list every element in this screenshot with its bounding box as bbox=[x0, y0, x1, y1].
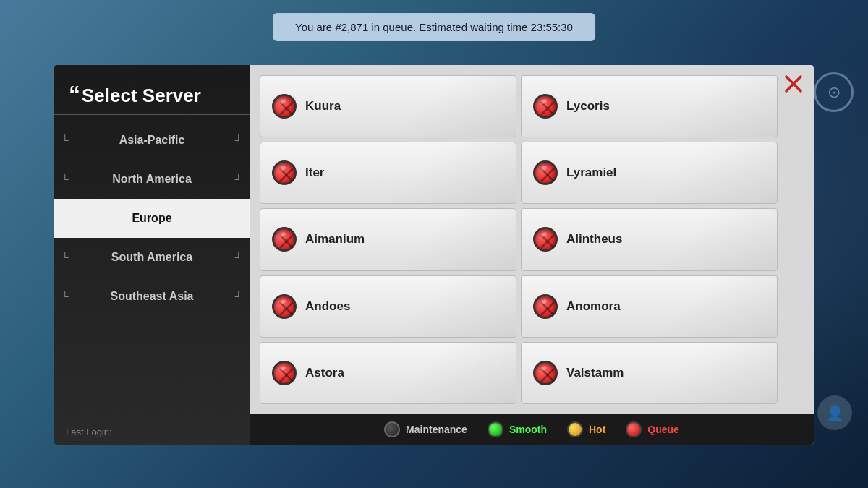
bracket-left: └ bbox=[61, 134, 69, 146]
region-label-europe: Europe bbox=[132, 212, 171, 225]
sidebar-item-asia-pacific[interactable]: └ Asia-Pacific ┘ bbox=[54, 121, 250, 160]
legend-item-queue: Queue bbox=[626, 421, 679, 437]
status-icon-lycoris bbox=[533, 94, 558, 119]
bracket-left: └ bbox=[61, 174, 69, 185]
legend-label-hot: Hot bbox=[589, 424, 605, 435]
sidebar-item-north-america[interactable]: └ North America ┘ bbox=[54, 160, 250, 199]
status-icon-kuura bbox=[272, 94, 297, 119]
region-label-south-america: South America bbox=[111, 251, 192, 264]
status-icon-astora bbox=[272, 361, 297, 385]
server-btn-anomora[interactable]: Anomora bbox=[521, 275, 778, 338]
bracket-left: └ bbox=[61, 291, 69, 302]
legend-item-smooth: Smooth bbox=[488, 421, 547, 437]
queue-notification-bar: You are #2,871 in queue. Estimated waiti… bbox=[273, 13, 595, 41]
last-login-section: Last Login: bbox=[54, 419, 250, 445]
legend-item-maintenance: Maintenance bbox=[384, 421, 467, 437]
sidebar-item-south-america[interactable]: └ South America ┘ bbox=[54, 238, 250, 277]
legend-dot-hot bbox=[567, 421, 583, 437]
close-button[interactable] bbox=[780, 71, 807, 97]
sidebar-item-europe[interactable]: Europe bbox=[54, 199, 250, 238]
status-icon-aimanium bbox=[272, 227, 297, 252]
bracket-right: ┘ bbox=[235, 174, 242, 185]
server-name-lycoris: Lycoris bbox=[566, 99, 610, 114]
region-label-southeast-asia: Southeast Asia bbox=[111, 290, 194, 303]
last-login-label: Last Login: bbox=[66, 427, 112, 437]
legend-label-smooth: Smooth bbox=[509, 424, 547, 435]
server-name-andoes: Andoes bbox=[305, 299, 350, 314]
sidebar-item-southeast-asia[interactable]: └ Southeast Asia ┘ bbox=[54, 277, 250, 316]
status-icon-anomora bbox=[533, 294, 558, 319]
legend-bar: MaintenanceSmoothHotQueue bbox=[250, 414, 814, 445]
server-name-anomora: Anomora bbox=[566, 299, 621, 314]
deco-icon-top-right: ⊙ bbox=[814, 72, 854, 112]
status-icon-valstamm bbox=[533, 361, 558, 385]
server-btn-iter[interactable]: Iter bbox=[260, 142, 516, 204]
legend-dot-smooth bbox=[488, 421, 503, 437]
server-name-aimanium: Aimanium bbox=[305, 232, 365, 247]
server-name-lyramiel: Lyramiel bbox=[566, 166, 616, 180]
server-btn-valstamm[interactable]: Valstamm bbox=[521, 342, 778, 404]
queue-text: You are #2,871 in queue. Estimated waiti… bbox=[295, 21, 573, 33]
server-name-astora: Astora bbox=[305, 366, 344, 380]
server-name-alintheus: Alintheus bbox=[566, 232, 622, 247]
legend-label-queue: Queue bbox=[647, 424, 679, 435]
close-icon bbox=[783, 74, 804, 94]
select-server-dialog: Select Server └ Asia-Pacific ┘ └ North A… bbox=[54, 65, 814, 445]
legend-dot-queue bbox=[626, 421, 642, 437]
server-btn-lycoris[interactable]: Lycoris bbox=[521, 75, 778, 137]
dialog-title: Select Server bbox=[54, 72, 250, 115]
server-btn-astora[interactable]: Astora bbox=[260, 342, 516, 404]
server-name-valstamm: Valstamm bbox=[566, 366, 624, 380]
region-label-north-america: North America bbox=[112, 173, 192, 186]
status-icon-iter bbox=[272, 160, 297, 185]
server-name-kuura: Kuura bbox=[305, 99, 341, 114]
server-btn-lyramiel[interactable]: Lyramiel bbox=[521, 142, 778, 204]
region-sidebar: Select Server └ Asia-Pacific ┘ └ North A… bbox=[54, 65, 250, 445]
server-name-iter: Iter bbox=[305, 166, 324, 180]
legend-dot-maintenance bbox=[384, 421, 400, 437]
legend-item-hot: Hot bbox=[567, 421, 605, 437]
status-icon-andoes bbox=[272, 294, 297, 319]
region-label-asia-pacific: Asia-Pacific bbox=[119, 134, 185, 147]
bracket-left: └ bbox=[61, 252, 69, 263]
bracket-right: ┘ bbox=[235, 252, 242, 263]
bracket-right: ┘ bbox=[235, 291, 242, 302]
server-btn-alintheus[interactable]: Alintheus bbox=[521, 208, 778, 270]
deco-icon-bottom-right: 👤 bbox=[817, 395, 852, 430]
legend-label-maintenance: Maintenance bbox=[406, 424, 467, 435]
server-content-panel: KuuraLycorisIterLyramielAimaniumAlintheu… bbox=[250, 65, 814, 445]
bracket-right: ┘ bbox=[235, 134, 242, 146]
server-btn-aimanium[interactable]: Aimanium bbox=[260, 208, 516, 270]
status-icon-lyramiel bbox=[533, 160, 558, 185]
server-grid: KuuraLycorisIterLyramielAimaniumAlintheu… bbox=[250, 65, 814, 414]
server-btn-andoes[interactable]: Andoes bbox=[260, 275, 516, 338]
server-btn-kuura[interactable]: Kuura bbox=[260, 75, 516, 137]
status-icon-alintheus bbox=[533, 227, 558, 252]
